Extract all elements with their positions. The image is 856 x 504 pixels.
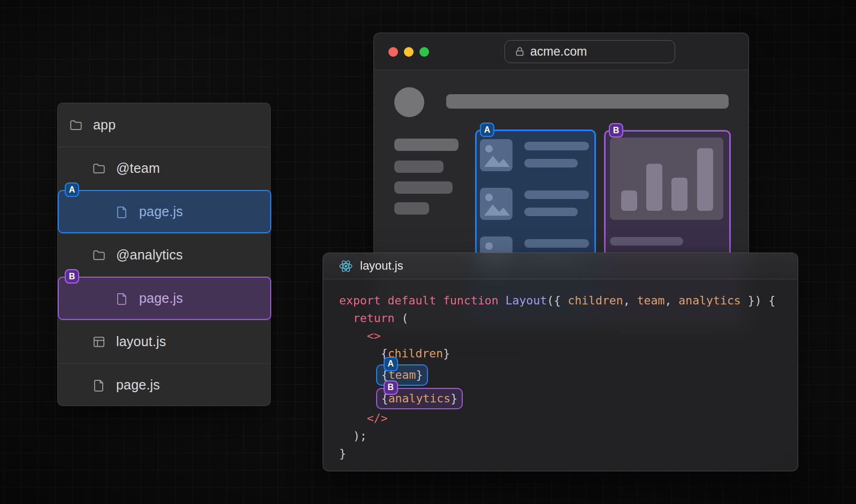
text-skeleton-bar [524, 190, 589, 199]
minimize-button[interactable] [404, 47, 414, 57]
tree-item-team[interactable]: @team [58, 147, 270, 190]
sidebar-skeleton-bar [394, 202, 429, 215]
chart-placeholder [610, 138, 723, 220]
code-token: Layout [506, 294, 547, 307]
code-token: </> [367, 411, 388, 425]
slot-badge-a: A [384, 357, 398, 371]
text-skeleton-bar [524, 159, 578, 167]
sidebar-skeleton-bar [394, 161, 444, 173]
code-highlight-b: B{analytics} [376, 388, 463, 409]
code-line: } [339, 445, 798, 462]
code-panel: layout.js export default function Layout… [323, 253, 798, 471]
code-token: analytics [388, 392, 451, 405]
code-line: return ( [339, 309, 798, 327]
code-token: export default function [339, 294, 506, 307]
header-skeleton-bar [446, 94, 729, 109]
text-skeleton-bar [524, 208, 578, 216]
image-placeholder-icon [480, 188, 513, 220]
folder-icon [69, 118, 83, 132]
code-token: <> [367, 329, 381, 342]
tree-item-label: layout.js [116, 334, 166, 349]
file-tree-panel: app@teampage.jsA@analyticspage.jsBlayout… [57, 103, 271, 406]
code-token: return [353, 311, 402, 325]
code-line: <> [339, 327, 798, 345]
sidebar-skeleton-bar [394, 181, 453, 194]
text-skeleton-bar [610, 237, 683, 246]
slot-badge-a: A [480, 123, 494, 137]
lock-icon [514, 46, 525, 57]
tree-highlight-b: B [58, 277, 271, 320]
image-placeholder-icon [480, 139, 513, 171]
slot-badge-b: B [384, 380, 398, 395]
code-body: export default function Layout({ childre… [323, 280, 798, 462]
code-token: } [416, 368, 423, 381]
code-token: team [637, 294, 665, 307]
code-token: ( [402, 311, 409, 325]
tree-item-label: page.js [116, 377, 160, 393]
url-text: acme.com [530, 44, 587, 59]
code-token: , [623, 294, 637, 307]
close-button[interactable] [388, 47, 398, 57]
tree-item-layoutjs[interactable]: layout.js [58, 320, 270, 363]
code-token: analytics [678, 294, 741, 307]
tree-item-label: @analytics [116, 247, 183, 263]
tree-item-pagejs[interactable]: page.js [58, 363, 270, 407]
code-token: } [450, 392, 457, 405]
tree-highlight-a: A [58, 190, 271, 233]
diagram-stage: app@teampage.jsA@analyticspage.jsBlayout… [0, 0, 856, 504]
code-line: A{team} [339, 364, 798, 386]
chart-bar [646, 164, 662, 211]
react-icon [339, 259, 353, 273]
code-line: ); [339, 427, 798, 445]
code-line: </> [339, 409, 798, 427]
code-token: ); [353, 429, 367, 442]
code-token: } [443, 347, 450, 360]
browser-titlebar: acme.com [374, 33, 748, 70]
tree-item-label: @team [116, 161, 160, 176]
code-token: }) { [741, 294, 776, 307]
tree-item-app[interactable]: app [58, 103, 270, 147]
code-line: B{analytics} [339, 388, 798, 409]
text-skeleton-bar [524, 142, 589, 150]
code-token: , [664, 294, 678, 307]
tree-item-label: app [93, 117, 116, 133]
code-token: } [339, 447, 346, 460]
code-token: ({ [547, 294, 568, 307]
chart-bar [697, 148, 713, 211]
code-panel-header: layout.js [323, 253, 798, 279]
slot-badge-a: A [65, 182, 79, 197]
layout-icon [92, 335, 106, 349]
traffic-lights [388, 47, 429, 57]
slot-badge-b: B [609, 123, 623, 138]
code-line: export default function Layout({ childre… [339, 292, 798, 309]
folder-icon [92, 248, 106, 262]
file-icon [92, 378, 106, 392]
folder-icon [92, 162, 106, 175]
code-filename: layout.js [360, 259, 403, 273]
slot-badge-b: B [65, 269, 79, 284]
sidebar-skeleton-bar [394, 139, 458, 151]
chart-bar [621, 190, 637, 211]
avatar [394, 87, 424, 117]
text-skeleton-bar [524, 239, 589, 248]
code-line: {children} [339, 345, 798, 362]
chart-bar [671, 178, 687, 211]
tree-item-analytics[interactable]: @analytics [58, 233, 270, 277]
zoom-button[interactable] [419, 47, 429, 57]
code-token: children [568, 294, 623, 307]
url-bar[interactable]: acme.com [505, 40, 675, 63]
